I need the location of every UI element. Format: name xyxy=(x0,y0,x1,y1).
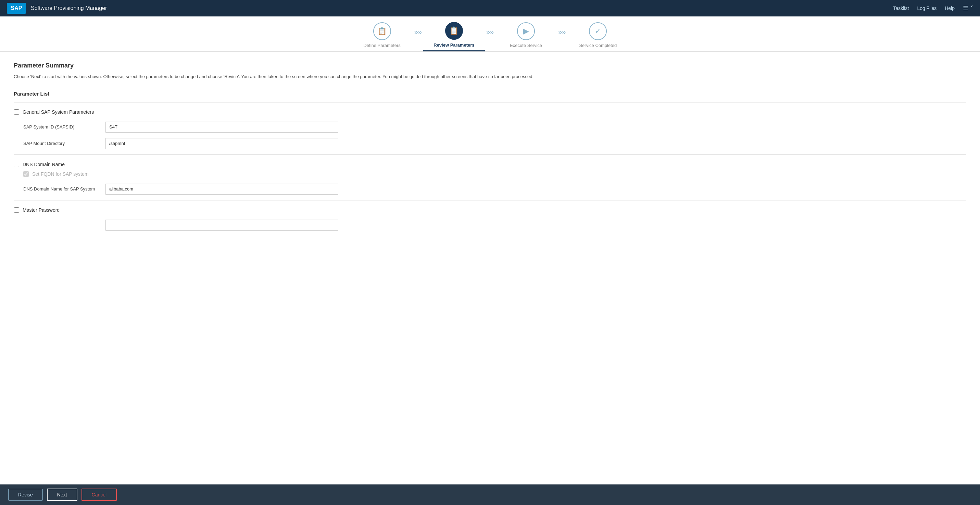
step-circle-define: 📋 xyxy=(373,22,391,40)
header-left: SAP Software Provisioning Manager xyxy=(7,3,107,14)
next-button[interactable]: Next xyxy=(47,489,77,501)
app-title: Software Provisioning Manager xyxy=(31,5,107,11)
revise-button[interactable]: Revise xyxy=(8,489,43,500)
group-header-master-password: Master Password xyxy=(14,203,966,217)
label-sapsid: SAP System ID (SAPSID) xyxy=(23,124,99,129)
sap-logo: SAP xyxy=(7,3,26,14)
checkbox-fqdn[interactable] xyxy=(23,171,29,177)
section-description: Choose 'Next' to start with the values s… xyxy=(14,73,966,81)
divider-2 xyxy=(14,200,966,201)
divider-1 xyxy=(14,155,966,155)
param-row-sapsid: SAP System ID (SAPSID) xyxy=(14,119,966,135)
arrow-1: »» xyxy=(414,28,422,46)
checkbox-wrapper-general: General SAP System Parameters xyxy=(14,109,94,115)
checkbox-wrapper-dns: DNS Domain Name xyxy=(14,162,65,167)
header-right: Tasklist Log Files Help ☰ ˅ xyxy=(893,5,973,12)
service-completed-icon: ✓ xyxy=(595,27,601,36)
param-row-dns-domain: DNS Domain Name for SAP System xyxy=(14,181,966,198)
group-header-dns: DNS Domain Name xyxy=(14,158,966,171)
step-circle-review: 📋 xyxy=(445,22,463,40)
cancel-button[interactable]: Cancel xyxy=(81,489,117,501)
main-content: Parameter Summary Choose 'Next' to start… xyxy=(0,52,980,484)
step-circle-completed: ✓ xyxy=(589,22,607,40)
label-fqdn: Set FQDN for SAP system xyxy=(32,171,89,177)
checkbox-general-sap[interactable] xyxy=(14,109,19,115)
step-circle-execute: ▶ xyxy=(517,22,535,40)
input-dns-domain[interactable] xyxy=(105,184,338,194)
label-dns-domain: DNS Domain Name for SAP System xyxy=(23,186,99,191)
input-mount-dir[interactable] xyxy=(105,138,338,149)
menu-icon[interactable]: ☰ ˅ xyxy=(963,5,973,12)
checkbox-master-password[interactable] xyxy=(14,207,19,213)
execute-service-icon: ▶ xyxy=(523,27,529,36)
step-label-review: Review Parameters xyxy=(423,43,485,51)
arrow-3: »» xyxy=(558,28,566,46)
group-sub-header-fqdn: Set FQDN for SAP system xyxy=(14,171,966,181)
param-row-master-password-value xyxy=(14,217,966,233)
tasklist-link[interactable]: Tasklist xyxy=(893,5,909,11)
step-label-execute: Execute Service xyxy=(510,43,542,51)
app-header: SAP Software Provisioning Manager Taskli… xyxy=(0,0,980,16)
wizard-bar: 📋 Define Parameters »» 📋 Review Paramete… xyxy=(0,16,980,52)
divider-top xyxy=(14,102,966,102)
label-master-password: Master Password xyxy=(22,207,60,213)
param-group-dns: DNS Domain Name Set FQDN for SAP system … xyxy=(14,158,966,198)
review-parameters-icon: 📋 xyxy=(449,26,458,35)
param-list-title: Parameter List xyxy=(14,91,966,97)
label-mount-dir: SAP Mount Directory xyxy=(23,141,99,146)
param-group-master-password: Master Password xyxy=(14,203,966,233)
label-general-sap: General SAP System Parameters xyxy=(22,109,94,115)
group-header-general-sap: General SAP System Parameters xyxy=(14,105,966,119)
label-dns: DNS Domain Name xyxy=(22,162,65,167)
arrow-2: »» xyxy=(486,28,494,46)
step-label-completed: Service Completed xyxy=(579,43,617,51)
step-label-define: Define Parameters xyxy=(363,43,400,51)
wizard-step-define-parameters: 📋 Define Parameters xyxy=(351,22,413,51)
checkbox-dns[interactable] xyxy=(14,162,19,167)
define-parameters-icon: 📋 xyxy=(377,27,387,36)
section-title: Parameter Summary xyxy=(14,62,966,69)
wizard-step-review-parameters: 📋 Review Parameters xyxy=(423,22,485,51)
input-master-password[interactable] xyxy=(105,220,338,231)
checkbox-wrapper-master-password: Master Password xyxy=(14,207,60,213)
wizard-step-execute-service: ▶ Execute Service xyxy=(495,22,557,51)
wizard-step-service-completed: ✓ Service Completed xyxy=(567,22,629,51)
input-sapsid[interactable] xyxy=(105,122,338,132)
checkbox-wrapper-fqdn: Set FQDN for SAP system xyxy=(23,171,89,177)
param-row-mount-dir: SAP Mount Directory xyxy=(14,135,966,152)
help-link[interactable]: Help xyxy=(945,5,955,11)
log-files-link[interactable]: Log Files xyxy=(917,5,937,11)
param-group-general-sap: General SAP System Parameters SAP System… xyxy=(14,105,966,152)
app-footer: Revise Next Cancel xyxy=(0,484,980,505)
